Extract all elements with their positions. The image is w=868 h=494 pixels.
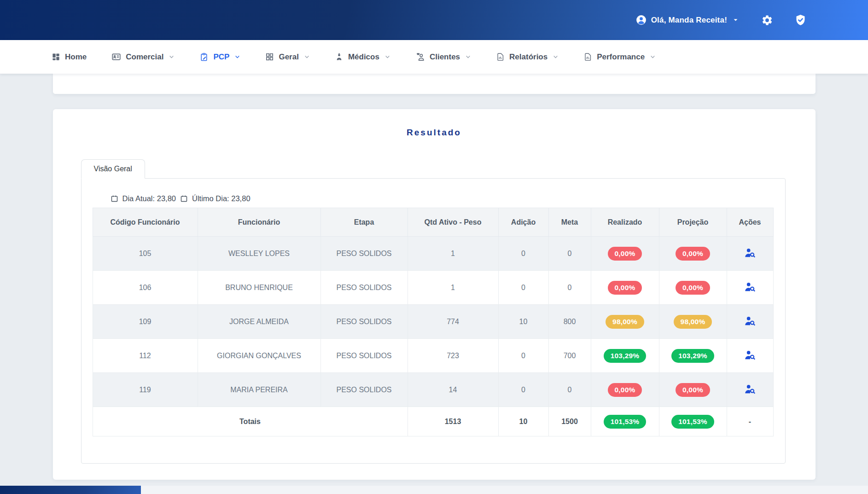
- tab-visao-geral[interactable]: Visão Geral: [81, 159, 145, 179]
- totals-projecao-badge: 101,53%: [671, 415, 714, 429]
- cell-adicao: 0: [498, 339, 548, 373]
- nav-item-comercial[interactable]: Comercial: [111, 52, 175, 62]
- report-icon: [496, 52, 505, 61]
- col-header: Realizado: [591, 208, 659, 237]
- col-header: Projeção: [659, 208, 727, 237]
- grid-icon: [265, 52, 274, 61]
- col-header: Funcionário: [198, 208, 320, 237]
- nav-label: Home: [65, 52, 87, 62]
- cell-funcionario: BRUNO HENRIQUE: [198, 271, 320, 305]
- nav-label: Geral: [279, 52, 298, 62]
- cell-qtd: 14: [408, 373, 498, 407]
- cell-meta: 700: [548, 339, 591, 373]
- result-card: Resultado Visão Geral Dia Atual: 23,80 Ú…: [53, 109, 816, 480]
- totals-realizado-badge: 101,53%: [604, 415, 647, 429]
- nav-item-geral[interactable]: Geral: [265, 52, 309, 62]
- doctor-icon: [335, 52, 344, 61]
- summary-line: Dia Atual: 23,80 Último Dia: 23,80: [111, 194, 774, 203]
- cell-funcionario: JORGE ALMEIDA: [198, 305, 320, 339]
- nav-item-relatorios[interactable]: Relatórios: [496, 52, 559, 62]
- user-menu[interactable]: Olá, Manda Receita!: [635, 14, 740, 26]
- cell-adicao: 10: [498, 305, 548, 339]
- table-row: 106 BRUNO HENRIQUE PESO SOLIDOS 1 0 0 0,…: [93, 271, 773, 305]
- cell-meta: 0: [548, 237, 591, 271]
- totals-acoes: -: [727, 407, 773, 436]
- realizado-badge: 103,29%: [604, 349, 647, 363]
- tab-content: Dia Atual: 23,80 Último Dia: 23,80 Códig…: [81, 178, 786, 464]
- col-header: Ações: [727, 208, 773, 237]
- view-employee-button[interactable]: [742, 381, 758, 399]
- nav-item-medicos[interactable]: Médicos: [335, 52, 390, 62]
- cell-funcionario: WESLLEY LOPES: [198, 237, 320, 271]
- cell-funcionario: MARIA PEREIRA: [198, 373, 320, 407]
- cell-adicao: 0: [498, 237, 548, 271]
- totals-adicao: 10: [498, 407, 548, 436]
- chevron-down-icon: [169, 54, 175, 60]
- footer-bar: [0, 486, 868, 494]
- view-employee-button[interactable]: [742, 347, 758, 365]
- realizado-badge: 0,00%: [608, 383, 642, 397]
- user-greeting: Olá, Manda Receita!: [651, 16, 727, 25]
- cell-meta: 0: [548, 373, 591, 407]
- nav-item-home[interactable]: Home: [52, 52, 87, 62]
- realizado-badge: 0,00%: [608, 281, 642, 295]
- cell-qtd: 1: [408, 271, 498, 305]
- cell-etapa: PESO SOLIDOS: [320, 305, 408, 339]
- cell-etapa: PESO SOLIDOS: [320, 373, 408, 407]
- cell-qtd: 723: [408, 339, 498, 373]
- nav-item-clientes[interactable]: Clientes: [415, 52, 471, 62]
- view-employee-button[interactable]: [742, 245, 758, 262]
- table-row: 112 GIORGIAN GONÇALVES PESO SOLIDOS 723 …: [93, 339, 773, 373]
- table-row: 119 MARIA PEREIRA PESO SOLIDOS 14 0 0 0,…: [93, 373, 773, 407]
- view-employee-button[interactable]: [742, 313, 758, 331]
- dia-atual-text: Dia Atual: 23,80: [122, 194, 176, 203]
- settings-gear-icon[interactable]: [761, 14, 773, 26]
- cell-funcionario: GIORGIAN GONÇALVES: [198, 339, 320, 373]
- view-employee-button[interactable]: [742, 279, 758, 296]
- totals-label: Totais: [93, 407, 408, 436]
- nav-item-performance[interactable]: Performance: [583, 52, 656, 62]
- col-header: Código Funcionário: [93, 208, 198, 237]
- col-header: Adição: [498, 208, 548, 237]
- cell-meta: 800: [548, 305, 591, 339]
- previous-card-stub: [53, 74, 816, 94]
- cell-qtd: 774: [408, 305, 498, 339]
- report-icon: [583, 52, 592, 61]
- nav-label: Comercial: [126, 52, 163, 62]
- nav-label: Clientes: [430, 52, 460, 62]
- nav-item-pcp[interactable]: PCP: [199, 52, 240, 62]
- client-heart-icon: [415, 52, 425, 62]
- table-row: 109 JORGE ALMEIDA PESO SOLIDOS 774 10 80…: [93, 305, 773, 339]
- idcard-icon: [111, 52, 121, 62]
- shield-check-icon[interactable]: [794, 14, 807, 26]
- dashboard-icon: [52, 52, 60, 61]
- caret-down-icon: [731, 16, 740, 24]
- cell-adicao: 0: [498, 373, 548, 407]
- cell-codigo: 106: [93, 271, 198, 305]
- nav-label: Médicos: [348, 52, 379, 62]
- realizado-badge: 98,00%: [606, 315, 644, 329]
- chevron-down-icon: [553, 54, 559, 60]
- chevron-down-icon: [465, 54, 471, 60]
- projecao-badge: 98,00%: [674, 315, 712, 329]
- clipboard-pen-icon: [199, 52, 209, 62]
- table-row: 105 WESLLEY LOPES PESO SOLIDOS 1 0 0 0,0…: [93, 237, 773, 271]
- tab-bar: Visão Geral: [81, 159, 816, 178]
- calendar-icon: [111, 195, 118, 203]
- results-table: Código Funcionário Funcionário Etapa Qtd…: [93, 208, 774, 436]
- cell-etapa: PESO SOLIDOS: [320, 271, 408, 305]
- projecao-badge: 103,29%: [671, 349, 714, 363]
- user-circle-icon: [635, 14, 647, 26]
- cell-meta: 0: [548, 271, 591, 305]
- cell-codigo: 112: [93, 339, 198, 373]
- top-header: Olá, Manda Receita!: [0, 0, 868, 40]
- totals-meta: 1500: [548, 407, 591, 436]
- cell-adicao: 0: [498, 271, 548, 305]
- app-screen: Olá, Manda Receita! Home Comercial: [0, 0, 868, 494]
- projecao-badge: 0,00%: [676, 281, 710, 295]
- chevron-down-icon: [234, 54, 240, 60]
- cell-codigo: 105: [93, 237, 198, 271]
- col-header: Qtd Ativo - Peso: [408, 208, 498, 237]
- projecao-badge: 0,00%: [676, 383, 710, 397]
- totals-row: Totais 1513 10 1500 101,53% 101,53% -: [93, 407, 773, 436]
